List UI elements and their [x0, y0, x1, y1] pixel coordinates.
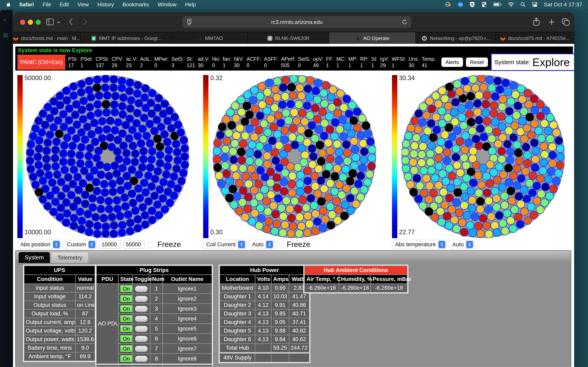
on-state-button[interactable]: On [120, 325, 132, 333]
table-row: AO PDU 1On1Ignore1 [97, 284, 212, 293]
telemetry-item: SI:1 [371, 56, 378, 69]
on-state-button[interactable]: On [120, 285, 132, 292]
menu-item-file[interactable]: File [43, 1, 51, 8]
actuator-dot [279, 212, 287, 220]
wifi-icon[interactable] [508, 2, 514, 7]
back-button[interactable] [69, 18, 73, 26]
alerts-button[interactable]: Alerts [441, 58, 463, 67]
chevron-down-icon[interactable] [57, 21, 61, 25]
battery-icon[interactable] [493, 2, 502, 7]
actuator-dot [510, 81, 518, 89]
zoom-window-button[interactable] [35, 20, 41, 25]
actuator-dot [52, 146, 60, 154]
spotlight-search-icon[interactable] [520, 2, 526, 7]
on-state-button[interactable]: On [120, 305, 132, 313]
minimize-window-button[interactable] [28, 20, 33, 25]
table-row: Output current, amps12.8 [25, 318, 95, 326]
on-state-button[interactable]: On [120, 335, 132, 342]
dropdown-select-auto[interactable]: Auto [249, 240, 274, 249]
menu-item-view[interactable]: View [77, 1, 89, 8]
change-state-select[interactable]: Change to... [573, 58, 574, 67]
actuator-dot [274, 194, 282, 202]
browser-tab[interactable]: docs/ccid75.md · 474015e... [496, 32, 574, 44]
outlet-toggle[interactable] [135, 316, 148, 322]
freeze-checkbox[interactable] [148, 241, 154, 248]
tab-overview-icon[interactable] [562, 18, 570, 27]
scale-limit-input[interactable] [99, 240, 121, 249]
menu-bar-clock[interactable]: Sat Oct 4 17:37 [544, 1, 582, 8]
actuator-dot [295, 100, 303, 108]
on-state-button[interactable]: On [120, 355, 132, 363]
menu-item-history[interactable]: History [97, 1, 114, 8]
close-window-button[interactable] [20, 20, 25, 25]
menu-item-bookmarks[interactable]: Bookmarks [122, 1, 149, 8]
actuator-dot [222, 145, 230, 153]
telemetry-value: 17 [68, 62, 78, 68]
apple-menu-icon[interactable] [6, 2, 11, 7]
dropdown-select-custom[interactable]: Custom [64, 240, 96, 249]
outlet-toggle[interactable] [135, 326, 148, 332]
actuator-dot [213, 147, 221, 155]
page-privacy-icon[interactable] [187, 19, 192, 27]
actuator-dot [246, 157, 254, 165]
actuator-dot [250, 186, 258, 194]
actuator-dot [272, 210, 279, 218]
actuator-dot [296, 180, 304, 188]
menu-item-help[interactable]: Help [185, 1, 196, 8]
actuator-dot [29, 173, 37, 181]
freeze-checkbox[interactable] [277, 241, 284, 248]
actuator-dot [301, 151, 309, 159]
outlet-toggle[interactable] [135, 356, 148, 362]
share-icon[interactable] [533, 17, 540, 27]
state-cell: On [119, 354, 132, 363]
panel-tab-telemetry[interactable]: Telemetry [51, 252, 88, 263]
table-cell: 40.71 [289, 310, 309, 318]
new-tab-icon[interactable] [548, 18, 555, 26]
sidebar-icon[interactable] [46, 18, 54, 26]
vpn-status-icon[interactable] [445, 1, 451, 8]
menu-item-safari[interactable]: Safari [19, 1, 34, 8]
scale-limit-input[interactable] [123, 240, 145, 249]
actuator-dot [145, 197, 153, 205]
screen-capture-icon[interactable] [481, 1, 487, 8]
browser-tab[interactable]: MMT IP addresses - Googl... [80, 32, 172, 44]
on-state-button[interactable]: On [120, 345, 132, 352]
browser-tab[interactable]: AMMTAO [172, 32, 248, 44]
actuator-dot [460, 154, 468, 162]
forward-button[interactable] [83, 18, 87, 26]
table-cell: Output power, watts [25, 335, 75, 343]
actuator-dot [69, 180, 77, 188]
outlet-toggle[interactable] [135, 296, 148, 302]
outlet-toggle[interactable] [135, 346, 148, 352]
panel-tab-system[interactable]: System [18, 252, 50, 263]
reload-icon[interactable] [402, 19, 407, 26]
shield-s-icon[interactable]: S [470, 1, 475, 8]
browser-tab[interactable]: ARLNK-SW620R [248, 32, 329, 44]
browser-tab-active[interactable]: AAO Operate [329, 32, 416, 44]
panic-button[interactable]: PANIC (Ctrl+Esc) [17, 55, 65, 70]
dropdown-select-coil-current[interactable]: Coil Current [203, 240, 246, 249]
actuator-dot [132, 119, 140, 127]
actuator-dot [100, 214, 108, 222]
control-center-icon[interactable] [532, 2, 538, 7]
dropdown-select-abs-temperature[interactable]: Abs temperature [392, 240, 447, 249]
on-state-button[interactable]: On [120, 315, 132, 323]
menu-item-window[interactable]: Window [158, 1, 176, 8]
zoom-app-icon[interactable]: zm [457, 1, 463, 8]
outlet-toggle[interactable] [135, 286, 148, 292]
dropdown-select-abs-position[interactable]: Abs position [17, 240, 61, 249]
browser-tab[interactable]: Networking - op@p7920-r... [416, 32, 496, 44]
actuator-dot [326, 203, 334, 211]
dropdown-select-auto[interactable]: Auto [449, 240, 475, 249]
menu-item-edit[interactable]: Edit [60, 1, 69, 8]
on-state-button[interactable]: On [120, 295, 132, 303]
on-state-button[interactable]: On [120, 366, 132, 367]
actuator-dot [303, 229, 311, 237]
actuator-dot [153, 116, 161, 124]
outlet-toggle[interactable] [135, 306, 148, 312]
browser-tab[interactable]: docs/hosts.md · main · M... [13, 32, 80, 44]
telemetry-value: 3 [172, 62, 184, 68]
address-bar[interactable]: rc3.mmto.arizona.edu [182, 16, 411, 28]
outlet-toggle[interactable] [135, 336, 148, 342]
reset-button[interactable]: Reset [466, 58, 488, 67]
